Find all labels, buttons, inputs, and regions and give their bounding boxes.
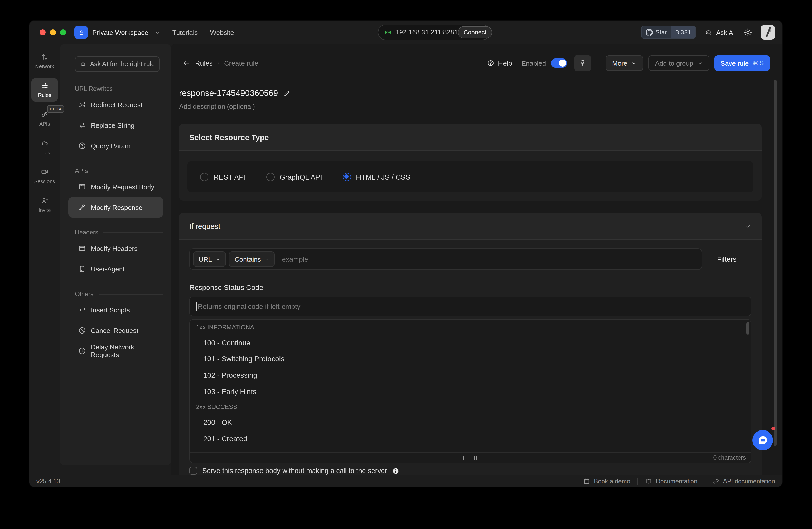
filters-button[interactable]: Filters [702,255,751,263]
more-dropdown[interactable]: More [605,55,643,71]
book-icon [645,477,652,485]
rule-type-modify-request-body[interactable]: Modify Request Body [68,177,163,197]
status-group-header: 2xx SUCCESS [190,399,751,414]
swap-arrows-icon [78,121,86,129]
documentation-link[interactable]: Documentation [645,477,697,485]
settings-button[interactable] [743,28,752,37]
serve-checkbox[interactable] [189,467,197,475]
chevron-down-icon [265,257,269,261]
sidebar-item-rules[interactable]: Rules [31,78,58,102]
rule-type-modify-response[interactable]: Modify Response [68,197,163,218]
rule-type-replace-string[interactable]: Replace String [68,115,163,135]
ask-ai-button[interactable]: Ask AI [704,28,735,36]
invite-button[interactable]: Invite [30,193,59,217]
collapse-chevron-icon[interactable] [744,222,751,230]
radio-html-js-css[interactable]: HTML / JS / CSS [343,173,410,181]
question-circle-icon [78,142,86,150]
sidebar-item-files[interactable]: Files [30,135,59,159]
beta-badge: BETA [47,105,64,113]
status-code-dropdown: 1xx INFORMATIONAL 100 - Continue 101 - S… [189,319,751,463]
status-option-102[interactable]: 102 - Processing [190,367,751,383]
radio-rest-api[interactable]: REST API [200,173,246,181]
github-star-badge[interactable]: Star 3,321 [641,26,696,39]
connect-button[interactable]: Connect [458,26,492,39]
resource-type-card: Select Resource Type REST API GraphQL AP… [179,124,762,201]
condition-value-input[interactable]: example [282,255,308,263]
character-count: 0 characters [713,455,751,461]
chat-support-button[interactable] [752,430,773,451]
status-option-101[interactable]: 101 - Switching Protocols [190,351,751,367]
desktop-background: Private Workspace Tutorials Website 192.… [0,0,812,529]
chevron-down-icon [697,61,702,66]
dropdown-scrollbar[interactable] [746,322,749,335]
section-others: Others [75,290,163,298]
website-link[interactable]: Website [210,28,234,36]
main-scrollbar[interactable] [773,79,777,446]
workspace-switcher[interactable]: Private Workspace [74,26,160,39]
radio-icon [200,173,208,181]
book-a-demo-link[interactable]: Book a demo [583,477,630,485]
edit-name-button[interactable] [283,90,290,97]
user-avatar[interactable] [761,25,775,40]
divider [705,477,705,485]
signal-icon [385,29,392,36]
breadcrumb-rules[interactable]: Rules [195,59,213,67]
github-star-label: Star [655,29,667,36]
status-code-input[interactable]: Returns original code if left empty [189,297,751,316]
sidebar-item-network[interactable]: Network [30,49,59,73]
tutorials-link[interactable]: Tutorials [172,28,198,36]
robot-icon [80,61,87,68]
ask-ai-rule-button[interactable]: Ask AI for the right rule [75,56,160,72]
enabled-toggle[interactable] [550,58,567,68]
help-button[interactable]: Help [487,59,512,67]
rule-type-cancel-request[interactable]: Cancel Request [68,320,163,341]
close-window-button[interactable] [40,29,46,35]
rule-type-delay-network-requests[interactable]: Delay Network Requests [68,341,163,361]
resize-grip[interactable] [463,456,478,460]
status-option-201[interactable]: 201 - Created [190,430,751,447]
info-icon [392,467,399,474]
editor-status-bar: 0 characters [190,452,751,463]
window-footer: v25.4.13 Book a demo Documentation API d… [29,475,782,487]
gear-icon [743,28,752,37]
status-option-100[interactable]: 100 - Continue [190,335,751,351]
notification-dot [771,427,775,430]
rule-name: response-1745490360569 [179,88,278,98]
radio-checked-icon [343,173,351,181]
sidebar-item-sessions[interactable]: Sessions [30,164,59,188]
sidebar-item-apis[interactable]: BETA APIs [30,107,59,130]
pin-rule-button[interactable] [574,55,591,71]
back-button[interactable] [182,59,190,67]
zoom-window-button[interactable] [60,29,66,35]
github-icon [646,29,653,36]
api-plug-icon [712,477,719,485]
window-controls [29,29,66,35]
workspace-name: Private Workspace [92,28,148,36]
minimize-window-button[interactable] [50,29,56,35]
github-star-count: 3,321 [671,26,695,39]
rule-type-redirect-request[interactable]: Redirect Request [68,94,163,115]
api-documentation-link[interactable]: API documentation [712,477,775,485]
add-to-group-dropdown[interactable]: Add to group [649,55,709,71]
pencil-icon [78,203,86,211]
if-request-title: If request [189,222,220,230]
radio-graphql-api[interactable]: GraphQL API [266,173,322,181]
condition-operator-dropdown[interactable]: Contains [229,251,275,267]
chevron-down-icon [632,61,637,66]
rule-type-user-agent[interactable]: User-Agent [68,259,163,279]
condition-key-dropdown[interactable]: URL [193,251,226,267]
save-rule-button[interactable]: Save rule ⌘ S [714,55,770,71]
status-option-200[interactable]: 200 - OK [190,414,751,430]
rule-type-insert-scripts[interactable]: Insert Scripts [68,300,163,320]
rule-type-query-param[interactable]: Query Param [68,135,163,156]
rule-type-modify-headers[interactable]: Modify Headers [68,238,163,259]
main-content: Rules › Create rule Help Enabled [171,44,782,475]
sliders-icon [41,82,49,90]
app-version: v25.4.13 [37,477,60,485]
connect-address: 192.168.31.211:8281 [396,29,458,36]
divider [598,58,598,68]
rule-description-input[interactable]: Add description (optional) [179,103,255,110]
device-icon [78,265,86,273]
rule-types-sidebar: Ask AI for the right rule URL Rewrites R… [60,44,171,465]
status-option-103[interactable]: 103 - Early Hints [190,383,751,399]
